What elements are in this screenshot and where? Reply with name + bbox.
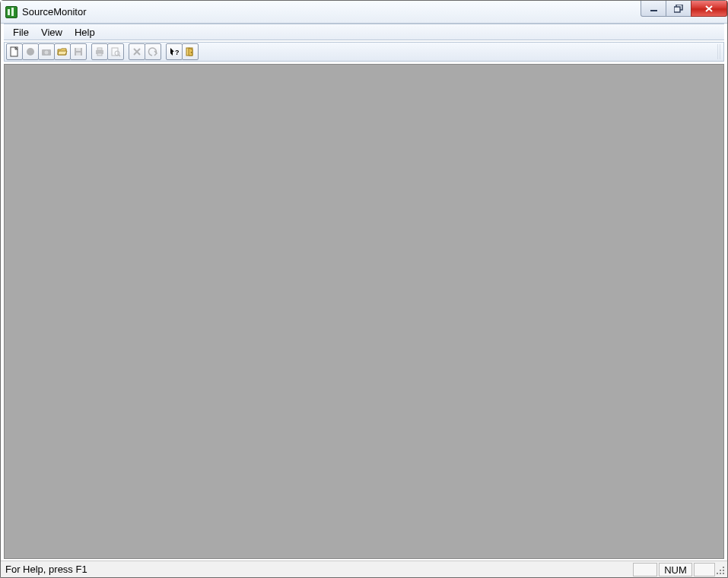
new-file-icon	[9, 46, 20, 57]
menu-help[interactable]: Help	[68, 25, 101, 40]
svg-text:?: ?	[175, 49, 180, 56]
minimize-button[interactable]	[641, 1, 666, 17]
print-button[interactable]	[91, 43, 108, 60]
svg-line-15	[119, 55, 120, 56]
svg-point-18	[191, 52, 192, 53]
exit-door-icon	[185, 46, 196, 57]
window-title: SourceMonitor	[22, 6, 87, 17]
svg-rect-8	[76, 48, 81, 51]
menu-file[interactable]: File	[7, 25, 35, 40]
print-preview-icon	[110, 46, 121, 57]
context-help-icon: ?	[169, 46, 180, 57]
menu-view[interactable]: View	[35, 25, 68, 40]
open-folder-icon	[57, 46, 68, 57]
close-button[interactable]	[691, 1, 727, 17]
close-icon	[704, 5, 714, 13]
svg-rect-12	[97, 53, 102, 56]
toolbar: ?	[4, 42, 724, 62]
save-icon	[73, 46, 84, 57]
delete-icon	[132, 46, 142, 57]
menubar: File View Help	[4, 24, 724, 40]
svg-rect-19	[723, 567, 724, 568]
save-button[interactable]	[70, 43, 87, 60]
new-button[interactable]	[6, 43, 23, 60]
maximize-restore-icon	[674, 5, 683, 13]
svg-rect-22	[717, 573, 718, 574]
svg-rect-2	[674, 7, 680, 12]
svg-rect-24	[723, 573, 724, 574]
print-icon	[94, 46, 105, 57]
status-num-label: NUM	[664, 564, 687, 576]
open-button[interactable]	[54, 43, 71, 60]
delete-button[interactable]	[129, 43, 145, 60]
status-pane-caps	[633, 563, 657, 576]
svg-point-4	[27, 48, 34, 56]
context-help-button[interactable]: ?	[166, 43, 183, 60]
mdi-workspace	[4, 64, 724, 559]
snapshot-button[interactable]	[38, 43, 55, 60]
svg-rect-23	[720, 573, 721, 574]
svg-rect-21	[723, 570, 724, 571]
record-button[interactable]	[22, 43, 39, 60]
resize-grip[interactable]	[715, 565, 726, 576]
svg-rect-9	[76, 52, 81, 56]
snapshot-icon	[41, 46, 52, 57]
titlebar[interactable]: SourceMonitor	[1, 1, 727, 24]
svg-rect-0	[650, 10, 657, 11]
statusbar: For Help, press F1 NUM	[1, 561, 727, 577]
svg-point-6	[45, 51, 49, 55]
undo-icon	[148, 46, 158, 57]
app-window: SourceMonitor File View Help	[0, 0, 728, 578]
maximize-button[interactable]	[666, 1, 691, 17]
undo-button[interactable]	[145, 43, 161, 60]
window-controls	[641, 1, 727, 17]
svg-rect-20	[720, 570, 721, 571]
app-icon	[5, 6, 17, 18]
status-pane-scrl	[694, 563, 715, 576]
status-help-text: For Help, press F1	[5, 564, 87, 575]
resize-grip-icon	[715, 565, 726, 576]
exit-button[interactable]	[182, 43, 199, 60]
record-icon	[25, 46, 36, 57]
status-pane-num: NUM	[659, 563, 692, 576]
minimize-icon	[650, 5, 658, 13]
svg-rect-11	[97, 48, 102, 50]
print-preview-button[interactable]	[107, 43, 124, 60]
toolbar-grip[interactable]	[717, 44, 722, 59]
